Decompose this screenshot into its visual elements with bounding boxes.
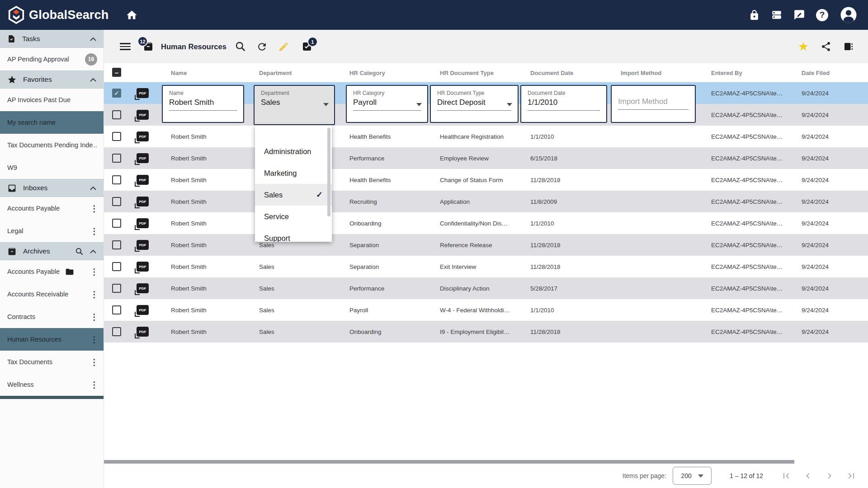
row-checkbox[interactable] [112,110,121,119]
pdf-icon[interactable]: PDF [137,110,149,120]
menu-button[interactable] [118,39,133,54]
table-row[interactable]: PDFRobert SmithSalesHealth BenefitsChang… [104,169,868,191]
column-header-hr-document-type[interactable]: HR Document Type [440,63,526,82]
edit-field-import-method[interactable]: Import Method [611,85,696,123]
pdf-icon[interactable]: PDF [137,327,149,337]
column-header-document-date[interactable]: Document Date [530,63,616,82]
sidebar-item-my-search-name[interactable]: My search name [0,111,104,134]
dropdown-option-support[interactable]: Support [255,227,332,242]
kebab-menu-icon[interactable]: ⋮ [90,226,97,236]
dropdown-arrow-icon[interactable] [416,103,422,106]
table-row[interactable]: PDFRobert SmithSalesOnboardingI9 - Emplo… [104,321,868,343]
edit-field-value[interactable]: Robert Smith [169,98,237,111]
results-count-icon[interactable]: 12 [143,41,154,52]
home-button[interactable] [126,9,138,21]
row-checkbox[interactable] [112,327,121,336]
pdf-icon[interactable]: PDF [137,283,149,293]
chevron-up-icon[interactable] [90,37,96,41]
dropdown-option-sales[interactable]: Sales✓ [255,184,332,206]
last-page-button[interactable] [844,468,859,483]
selected-documents-icon[interactable]: 1 [302,41,312,52]
kebab-menu-icon[interactable]: ⋮ [90,334,97,345]
column-header-hr-category[interactable]: HR Category [349,63,435,82]
sidebar-item-tax-documents[interactable]: Tax Documents⋮ [0,351,104,373]
dropdown-arrow-icon[interactable] [323,103,329,106]
sidebar-item-human-resources[interactable]: Human Resources⋮ [0,328,104,351]
dropdown-scrollbar[interactable] [327,128,330,216]
row-checkbox[interactable] [112,219,121,228]
pdf-icon[interactable]: PDF [137,88,149,98]
edit-button[interactable] [276,39,292,54]
viewer-panel-button[interactable] [841,39,856,54]
pdf-icon[interactable]: PDF [137,262,149,272]
help-button[interactable]: ? [816,9,828,21]
lock-button[interactable] [749,9,760,21]
sidebar-section-inboxes[interactable]: Inboxes [0,179,104,197]
edit-field-name[interactable]: NameRobert Smith [162,85,244,123]
sidebar-item-wellness[interactable]: Wellness⋮ [0,373,104,396]
edit-field-value[interactable]: 1/1/2010 [528,98,600,111]
sidebar-section-tasks[interactable]: Tasks [0,30,104,48]
horizontal-scrollbar[interactable] [104,460,868,464]
pdf-icon[interactable]: PDF [137,131,149,141]
column-header-import-method[interactable]: Import Method [621,63,707,82]
edit-field-value[interactable]: Direct Deposit [437,98,511,111]
pdf-icon[interactable]: PDF [137,197,149,206]
table-row[interactable]: PDFRobert SmithSalesPayrollW-4 - Federal… [104,299,868,321]
table-row[interactable]: PDFRobert SmithSalesPerformanceDisciplin… [104,277,868,299]
sidebar-item-ap-pending-approval[interactable]: AP Pending Approval16 [0,48,104,70]
row-checkbox[interactable] [112,132,121,141]
search-icon[interactable] [75,247,84,256]
sidebar-item-accounts-payable[interactable]: Accounts Payable⋮ [0,260,104,283]
user-avatar-button[interactable] [839,5,858,24]
pdf-icon[interactable]: PDF [137,218,149,228]
pdf-icon[interactable]: PDF [137,153,149,163]
kebab-menu-icon[interactable]: ⋮ [90,312,97,322]
dropdown-option-blank[interactable] [255,125,332,141]
kebab-menu-icon[interactable]: ⋮ [90,380,97,390]
edit-field-document-date[interactable]: Document Date1/1/2010 [520,85,607,123]
refine-search-button[interactable] [233,39,248,54]
column-header-date-filed[interactable]: Date Filed [802,63,865,82]
sidebar-item-accounts-receivable[interactable]: Accounts Receivable⋮ [0,283,104,305]
table-row[interactable]: PDFRobert SmithSalesSeparationReference … [104,234,868,256]
sidebar-item-ap-invoices-past-due[interactable]: AP Invoices Past Due [0,89,104,111]
edit-field-hr-category[interactable]: HR CategoryPayroll [346,85,428,123]
table-row[interactable]: PDFRobert SmithSalesHealth BenefitsHealt… [104,126,868,147]
table-row[interactable]: PDFRobert SmithSalesRecruitingApplicatio… [104,191,868,212]
column-header-entered-by[interactable]: Entered By [711,63,797,82]
dropdown-option-administration[interactable]: Administration [255,141,332,162]
queue-button[interactable] [771,9,783,21]
pdf-icon[interactable]: PDF [137,305,149,315]
row-checkbox[interactable] [112,262,121,271]
table-row[interactable]: PDFRobert SmithSalesOnboardingConfidenti… [104,212,868,234]
favorite-star-button[interactable]: ★ [796,39,811,54]
sidebar-item-accounts-payable[interactable]: Accounts Payable⋮ [0,197,104,220]
edit-field-value[interactable]: Import Method [618,97,689,110]
table-row[interactable]: PDFRobert SmithSalesPerformanceEmployee … [104,147,868,169]
row-checkbox[interactable] [112,284,121,293]
edit-field-value[interactable]: Sales [261,98,328,110]
column-header-name[interactable]: Name [171,63,255,82]
items-per-page-select[interactable]: 200 [673,467,712,485]
dropdown-option-service[interactable]: Service [255,206,332,227]
chevron-up-icon[interactable] [90,249,96,253]
column-header-department[interactable]: Department [259,63,345,82]
first-page-button[interactable] [778,468,794,483]
sidebar-item-w9[interactable]: W9 [0,156,104,179]
dropdown-arrow-icon[interactable] [507,103,512,106]
sidebar-item-legal[interactable]: Legal⋮ [0,220,104,242]
next-page-button[interactable] [822,468,837,483]
pdf-icon[interactable]: PDF [137,175,149,185]
kebab-menu-icon[interactable]: ⋮ [90,289,97,300]
row-checkbox[interactable] [112,305,121,314]
chevron-up-icon[interactable] [90,78,96,82]
kebab-menu-icon[interactable]: ⋮ [90,203,97,214]
refresh-button[interactable] [255,39,270,54]
edit-field-hr-document-type[interactable]: HR Document TypeDirect Deposit [430,85,519,123]
horizontal-scrollbar-thumb[interactable] [104,460,794,464]
previous-page-button[interactable] [800,468,816,483]
row-checkbox[interactable] [112,240,121,249]
row-checkbox[interactable] [112,154,121,163]
sidebar-item-contracts[interactable]: Contracts⋮ [0,305,104,328]
